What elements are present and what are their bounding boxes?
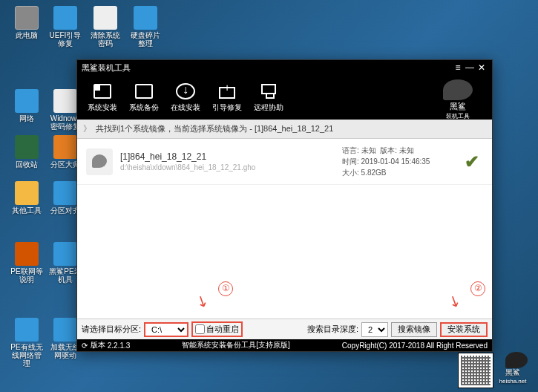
icon-label: 硬盘碎片整理 — [128, 31, 163, 48]
refresh-icon[interactable]: ⟳ — [82, 342, 88, 350]
toolbar-label: 系统安装 — [82, 102, 123, 113]
desktop-icon[interactable]: 其他工具 — [9, 181, 45, 215]
desktop-icon[interactable]: 回收站 — [9, 135, 45, 169]
callout-2: ② — [470, 281, 485, 296]
app-icon — [53, 89, 77, 113]
install-system-button[interactable]: 安装系统 — [440, 322, 488, 337]
desktop-icon[interactable]: 硬盘碎片整理 — [128, 6, 163, 48]
status-center: 智能系统安装备份工具[支持原版] — [130, 340, 341, 350]
icon-label: PE联网等说明 — [9, 267, 45, 284]
ti-install-icon — [92, 82, 113, 100]
depth-select[interactable]: 2 — [361, 322, 388, 337]
status-copyright: CopyRight(C) 2017-2018 All Right Reserve… — [342, 342, 488, 350]
version-value: 2.2.1.3 — [108, 342, 131, 350]
ti-backup-icon — [134, 82, 154, 100]
file-icon — [86, 148, 113, 175]
app-icon — [15, 89, 39, 113]
search-image-button[interactable]: 搜索镜像 — [391, 322, 437, 337]
window-title: 黑鲨装机工具 — [82, 62, 131, 74]
app-icon — [53, 242, 77, 266]
bottom-bar: 请选择目标分区: C:\ 自动重启 搜索目录深度: 2 搜索镜像 安装系统 — [77, 318, 492, 339]
icon-label: 回收站 — [9, 160, 45, 169]
icon-label: PE有线无线网络管理 — [9, 343, 45, 368]
info-text: 共找到1个系统镜像，当前选择系统镜像为 - [1]864_hei_18_12_2… — [96, 123, 333, 134]
ti-repair-icon — [217, 82, 237, 100]
depth-label: 搜索目录深度: — [307, 324, 358, 335]
list-item[interactable]: [1]864_hei_18_12_21 d:\heisha\xldown\864… — [77, 139, 492, 185]
desktop-icon[interactable]: UEFI引导修复 — [47, 6, 83, 48]
app-icon — [53, 135, 77, 159]
toolbar-ti-install[interactable]: 系统安装 — [82, 82, 123, 113]
app-icon — [94, 6, 117, 30]
auto-restart-label: 自动重启 — [206, 324, 239, 335]
desktop-icon[interactable]: 网络 — [9, 89, 45, 122]
app-icon — [15, 135, 39, 159]
toolbar-label: 在线安装 — [165, 102, 206, 113]
brand-logo: 黑鲨 装机工具 — [428, 79, 488, 115]
toolbar-ti-backup[interactable]: 系统备份 — [123, 82, 165, 113]
auto-restart-checkbox[interactable] — [195, 324, 205, 334]
qr-label: 黑鲨 heisha.net — [495, 368, 531, 386]
target-partition-select[interactable]: C:\ — [144, 322, 188, 337]
toolbar-label: 引导修复 — [206, 102, 248, 113]
app-icon — [15, 318, 39, 342]
toolbar: 系统安装系统备份在线安装引导修复远程协助 黑鲨 装机工具 — [77, 75, 492, 120]
app-icon — [53, 6, 77, 30]
desktop-icon[interactable]: 清除系统密码 — [88, 6, 123, 48]
app-icon — [15, 6, 39, 30]
close-button[interactable]: ✕ — [476, 62, 488, 73]
info-bar: 》 共找到1个系统镜像，当前选择系统镜像为 - [1]864_hei_18_12… — [77, 120, 492, 139]
ti-online-icon — [175, 82, 196, 100]
file-name: [1]864_hei_18_12_21 — [120, 151, 342, 162]
minimize-button[interactable]: — — [464, 62, 476, 73]
qr-code — [458, 353, 493, 388]
icon-label: 此电脑 — [9, 31, 45, 39]
callout-1: ① — [218, 281, 233, 296]
toolbar-ti-repair[interactable]: 引导修复 — [206, 82, 248, 113]
icon-label: UEFI引导修复 — [47, 31, 83, 48]
ti-remote-icon — [258, 82, 279, 100]
target-label: 请选择目标分区: — [82, 324, 141, 335]
qr-brand-icon — [505, 352, 528, 368]
toolbar-label: 系统备份 — [123, 102, 165, 113]
toolbar-ti-remote[interactable]: 远程协助 — [248, 82, 289, 113]
icon-label: 其他工具 — [9, 206, 45, 215]
file-meta: 语言: 未知 版本: 未知 时间: 2019-01-04 15:46:35 大小… — [342, 145, 461, 178]
chevron-right-icon: 》 — [83, 123, 91, 134]
status-bar: ⟳ 版本 2.2.1.3 智能系统安装备份工具[支持原版] CopyRight(… — [77, 339, 492, 351]
icon-label: 网络 — [9, 114, 45, 122]
toolbar-ti-online[interactable]: 在线安装 — [165, 82, 206, 113]
desktop-icon[interactable]: PE有线无线网络管理 — [9, 318, 45, 368]
app-icon — [15, 242, 39, 266]
desktop-icon[interactable]: 此电脑 — [9, 6, 45, 39]
check-icon: ✔ — [461, 151, 483, 172]
app-icon — [53, 318, 77, 342]
menu-button[interactable]: ≡ — [452, 62, 464, 73]
titlebar[interactable]: 黑鲨装机工具 ≡ — ✕ — [77, 60, 492, 75]
app-icon — [134, 6, 157, 30]
toolbar-label: 远程协助 — [248, 102, 289, 113]
app-window: 黑鲨装机工具 ≡ — ✕ 系统安装系统备份在线安装引导修复远程协助 黑鲨 装机工… — [76, 59, 493, 352]
app-icon — [53, 181, 77, 205]
file-path: d:\heisha\xldown\864_hei_18_12_21.gho — [120, 163, 342, 172]
desktop: 此电脑UEFI引导修复清除系统密码硬盘碎片整理网络Widnows密码修复回收站分… — [0, 0, 74, 392]
icon-label: 清除系统密码 — [88, 31, 123, 48]
desktop-icon[interactable]: PE联网等说明 — [9, 242, 45, 284]
version-label: 版本 — [91, 340, 105, 350]
app-icon — [15, 181, 39, 205]
image-list: [1]864_hei_18_12_21 d:\heisha\xldown\864… — [77, 139, 492, 317]
